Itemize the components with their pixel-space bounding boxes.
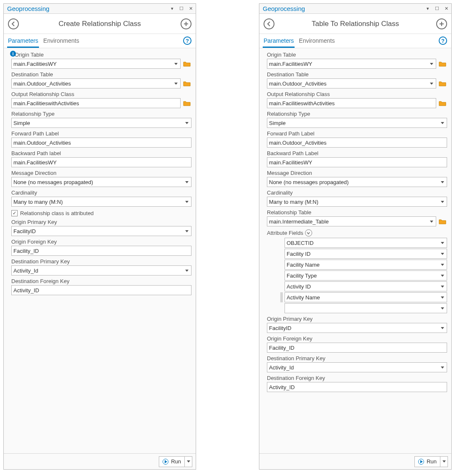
label-forward-path: Forward Path Label [264, 130, 447, 138]
label-dest-fk: Destination Foreign Key [264, 374, 447, 382]
back-button[interactable] [8, 18, 19, 29]
cardinality-select[interactable]: Many to many (M:N) [267, 197, 447, 207]
label-destination-table: Destination Table [8, 70, 191, 78]
folder-icon[interactable] [438, 79, 447, 88]
tab-environments[interactable]: Environments [42, 35, 80, 48]
label-dest-pk: Destination Primary Key [8, 257, 191, 265]
destination-table-select[interactable]: main.Outdoor_Activities [267, 78, 436, 88]
add-button[interactable] [436, 18, 447, 29]
label-origin-pk: Origin Primary Key [264, 315, 447, 323]
origin-pk-select[interactable]: FacilityID [267, 323, 447, 333]
output-rel-class-input[interactable]: main.FacilitieswithActivities [11, 98, 181, 108]
maximize-icon[interactable]: ☐ [434, 5, 440, 12]
add-button[interactable] [181, 18, 191, 29]
label-cardinality: Cardinality [264, 189, 447, 197]
cardinality-select[interactable]: Many to many (M:N) [11, 197, 191, 207]
label-forward-path: Forward Path Label [8, 130, 191, 138]
destination-table-select[interactable]: main.Outdoor_Activities [11, 78, 181, 88]
attr-field-select[interactable]: Activity ID [285, 281, 447, 291]
maximize-icon[interactable]: ☐ [178, 5, 185, 12]
dest-pk-select[interactable]: Activity_Id [267, 362, 447, 372]
help-icon[interactable]: ? [439, 36, 447, 45]
label-origin-table: Origin Table [264, 51, 447, 59]
dest-pk-select[interactable]: Activity_Id [11, 265, 191, 275]
label-message-dir: Message Direction [264, 169, 447, 177]
attr-field-select[interactable]: Facility ID [285, 249, 447, 259]
backward-path-input[interactable]: main.FacilitiesWY [11, 157, 191, 167]
message-dir-select[interactable]: None (no messages propagated) [11, 177, 191, 187]
label-rel-type: Relationship Type [8, 110, 191, 118]
parameters-form: Origin Table main.FacilitiesWY Destinati… [259, 48, 451, 453]
attributed-label: Relationship class is attributed [20, 210, 94, 216]
tool-header: Create Relationship Class [4, 14, 196, 34]
footer: Run [259, 453, 451, 469]
pane-title: Geoprocessing [263, 5, 305, 12]
drag-handle-icon[interactable] [280, 292, 283, 302]
close-icon[interactable]: ✕ [187, 5, 194, 12]
tab-parameters[interactable]: Parameters [7, 35, 39, 48]
label-backward-path: Backward Path Label [264, 149, 447, 157]
label-rel-type: Relationship Type [264, 110, 447, 118]
attributed-checkbox[interactable]: ✓ [11, 210, 18, 216]
rel-type-select[interactable]: Simple [11, 118, 191, 128]
origin-table-select[interactable]: main.FacilitiesWY [267, 59, 436, 69]
tabs: Parameters Environments ? [4, 34, 196, 48]
folder-icon[interactable] [182, 79, 191, 88]
tabs: Parameters Environments ? [259, 34, 451, 48]
label-dest-fk: Destination Foreign Key [8, 277, 191, 285]
rel-type-select[interactable]: Simple [267, 118, 447, 128]
autohide-icon[interactable]: ▾ [169, 5, 176, 12]
label-origin-pk: Origin Primary Key [8, 218, 191, 226]
attr-field-select[interactable]: OBJECTID [285, 238, 447, 248]
footer: Run [4, 453, 196, 469]
label-attr-fields: Attribute Fields [267, 230, 303, 236]
label-origin-fk: Origin Foreign Key [8, 238, 191, 246]
help-icon[interactable]: ? [183, 36, 191, 45]
run-dropdown[interactable] [185, 456, 192, 467]
origin-fk-input[interactable]: Facility_ID [267, 343, 447, 353]
message-dir-select[interactable]: None (no messages propagated) [267, 177, 447, 187]
back-button[interactable] [264, 18, 274, 29]
chevron-down-icon[interactable] [305, 229, 312, 236]
geoprocessing-pane-left: Geoprocessing ▾ ☐ ✕ Create Relationship … [3, 3, 196, 470]
tool-title: Table To Relationship Class [274, 20, 436, 28]
label-origin-fk: Origin Foreign Key [264, 335, 447, 343]
run-label: Run [427, 458, 437, 465]
attr-field-select[interactable]: Activity Name [285, 292, 447, 302]
dest-fk-input[interactable]: Activity_ID [267, 382, 447, 392]
folder-icon[interactable] [438, 59, 447, 68]
folder-icon[interactable] [182, 59, 191, 68]
label-output-rel-class: Output Relationship Class [264, 90, 447, 98]
output-rel-class-input[interactable]: main.FacilitieswithActivities [267, 98, 436, 108]
tab-environments[interactable]: Environments [298, 35, 336, 48]
origin-fk-input[interactable]: Facility_ID [11, 246, 191, 256]
close-icon[interactable]: ✕ [443, 5, 450, 12]
titlebar: Geoprocessing ▾ ☐ ✕ [4, 4, 196, 14]
folder-icon[interactable] [182, 99, 191, 108]
geoprocessing-pane-right: Geoprocessing ▾ ☐ ✕ Table To Relationshi… [259, 3, 452, 470]
origin-table-select[interactable]: main.FacilitiesWY [11, 59, 181, 69]
autohide-icon[interactable]: ▾ [424, 5, 431, 12]
run-dropdown[interactable] [440, 456, 448, 467]
run-button[interactable]: Run [414, 456, 440, 467]
info-icon[interactable]: i [10, 51, 16, 57]
run-label: Run [171, 458, 181, 465]
label-cardinality: Cardinality [8, 189, 191, 197]
titlebar: Geoprocessing ▾ ☐ ✕ [259, 4, 451, 14]
tab-parameters[interactable]: Parameters [263, 35, 295, 48]
label-rel-table: Relationship Table [264, 208, 447, 216]
parameters-form: i Origin Table main.FacilitiesWY Destina… [4, 48, 196, 453]
folder-icon[interactable] [438, 99, 447, 108]
backward-path-input[interactable]: main.FacilitiesWY [267, 157, 447, 167]
origin-pk-select[interactable]: FacilityID [11, 226, 191, 236]
forward-path-input[interactable]: main.Outdoor_Activities [11, 138, 191, 148]
attr-field-select[interactable]: Facility Name [285, 260, 447, 270]
dest-fk-input[interactable]: Activity_ID [11, 285, 191, 295]
attr-field-select[interactable] [285, 303, 447, 313]
run-button[interactable]: Run [159, 456, 185, 467]
forward-path-input[interactable]: main.Outdoor_Activities [267, 138, 447, 148]
attr-field-select[interactable]: Facility Type [285, 270, 447, 281]
rel-table-select[interactable]: main.Intermediate_Table [267, 216, 436, 226]
folder-icon[interactable] [438, 217, 447, 226]
label-output-rel-class: Output Relationship Class [8, 90, 191, 98]
